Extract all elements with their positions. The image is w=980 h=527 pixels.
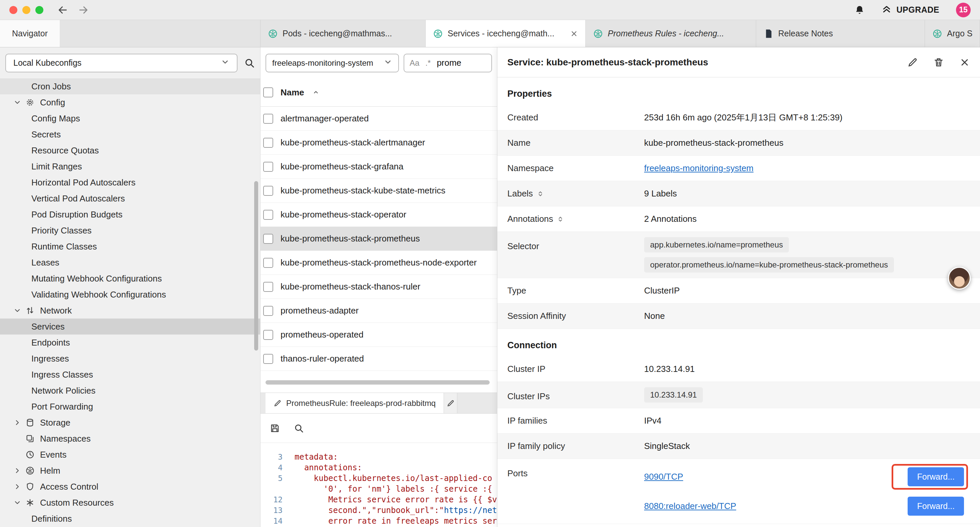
row-checkbox[interactable]	[263, 114, 273, 124]
chevron-down-icon[interactable]	[13, 498, 22, 507]
chevron-down-icon[interactable]	[13, 307, 22, 315]
sidebar-item-config-maps[interactable]: Config Maps	[0, 110, 260, 126]
kubeconfig-select[interactable]: Local Kubeconfigs	[5, 54, 237, 72]
regex-toggle[interactable]: .*	[425, 58, 431, 68]
table-row[interactable]: kube-prometheus-stack-prometheus-node-ex…	[261, 251, 497, 275]
chevron-right-icon[interactable]	[13, 466, 22, 474]
sidebar-item-pod-disruption-budgets[interactable]: Pod Disruption Budgets	[0, 207, 260, 223]
edit-pencil-icon[interactable]	[907, 57, 918, 68]
sidebar-item-events[interactable]: Events	[0, 447, 260, 463]
chevron-right-icon[interactable]	[13, 482, 22, 490]
row-checkbox[interactable]	[263, 354, 273, 364]
sidebar-item-config[interactable]: Config	[0, 94, 260, 110]
sidebar-item-ingresses[interactable]: Ingresses	[0, 350, 260, 366]
table-row[interactable]: thanos-ruler-operated	[261, 347, 497, 371]
sidebar-item-helm[interactable]: Helm	[0, 463, 260, 479]
service-search-input[interactable]: Aa .* prome	[404, 54, 492, 72]
zoom-window-button[interactable]	[35, 6, 43, 14]
minimize-window-button[interactable]	[22, 6, 30, 14]
chevron-down-icon[interactable]	[13, 99, 22, 107]
sidebar-search-icon[interactable]	[244, 58, 255, 68]
namespace-filter-select[interactable]: freeleaps-monitoring-system	[266, 54, 399, 72]
forward-icon[interactable]	[78, 5, 89, 15]
chevron-right-icon[interactable]	[13, 419, 22, 427]
line-code: metadata:	[294, 452, 338, 462]
upgrade-button[interactable]: UPGRADE	[881, 4, 939, 16]
notification-badge[interactable]: 15	[956, 3, 970, 18]
row-checkbox[interactable]	[263, 210, 273, 220]
select-all-checkbox[interactable]	[263, 88, 273, 97]
sort-toggle-icon[interactable]	[556, 215, 565, 223]
table-row[interactable]: prometheus-operated	[261, 323, 497, 347]
row-checkbox[interactable]	[263, 306, 273, 316]
save-icon[interactable]	[270, 423, 280, 433]
sidebar-item-port-forwarding[interactable]: Port Forwarding	[0, 399, 260, 415]
sidebar-scrollbar[interactable]	[254, 181, 258, 350]
sort-toggle-icon[interactable]	[536, 190, 544, 198]
sidebar-item-access-control[interactable]: Access Control	[0, 479, 260, 495]
notifications-bell-icon[interactable]	[854, 5, 865, 15]
sidebar-item-endpoints[interactable]: Endpoints	[0, 334, 260, 350]
table-row[interactable]: kube-prometheus-stack-thanos-ruler	[261, 275, 497, 299]
delete-trash-icon[interactable]	[933, 57, 944, 68]
table-row[interactable]: prometheus-adapter	[261, 299, 497, 323]
tab-pods-icecheng-mathmas[interactable]: Pods - icecheng@mathmas...	[261, 20, 426, 47]
row-checkbox[interactable]	[263, 258, 273, 268]
back-icon[interactable]	[57, 5, 68, 15]
tab-services-icecheng-math[interactable]: Services - icecheng@math...	[426, 20, 586, 47]
close-icon[interactable]	[959, 57, 970, 68]
user-avatar[interactable]	[948, 267, 970, 290]
sidebar-item-runtime-classes[interactable]: Runtime Classes	[0, 239, 260, 255]
table-row[interactable]: kube-prometheus-stack-kube-state-metrics	[261, 179, 497, 203]
sidebar-item-services[interactable]: Services	[0, 318, 260, 334]
sidebar-item-limit-ranges[interactable]: Limit Ranges	[0, 158, 260, 174]
sidebar-item-validating-webhook-configurations[interactable]: Validating Webhook Configurations	[0, 287, 260, 303]
table-row[interactable]: kube-prometheus-stack-operator	[261, 203, 497, 227]
row-checkbox[interactable]	[263, 186, 273, 196]
namespace-link[interactable]: freeleaps-monitoring-system	[644, 163, 754, 174]
detail-row-namespace: Namespacefreeleaps-monitoring-system	[497, 156, 980, 181]
tab-prometheus-rules-icecheng[interactable]: Prometheus Rules - icecheng...	[586, 20, 756, 47]
yaml-editor[interactable]: 3metadata:4 annotations:5 kubectl.kubern…	[261, 443, 497, 527]
editor-tab-next[interactable]	[444, 393, 457, 413]
sidebar-item-horizontal-pod-autoscalers[interactable]: Horizontal Pod Autoscalers	[0, 174, 260, 191]
sidebar-item-priority-classes[interactable]: Priority Classes	[0, 223, 260, 239]
forward-button[interactable]: Forward...	[908, 497, 964, 516]
row-checkbox[interactable]	[263, 162, 273, 172]
table-row[interactable]: kube-prometheus-stack-alertmanager	[261, 131, 497, 155]
sidebar-item-vertical-pod-autoscalers[interactable]: Vertical Pod Autoscalers	[0, 191, 260, 207]
match-case-toggle[interactable]: Aa	[410, 58, 419, 68]
editor-search-icon[interactable]	[294, 423, 304, 433]
sidebar-item-resource-quotas[interactable]: Resource Quotas	[0, 142, 260, 158]
row-checkbox[interactable]	[263, 282, 273, 292]
row-checkbox[interactable]	[263, 138, 273, 148]
name-column-header[interactable]: Name	[280, 88, 304, 98]
sidebar-item-mutating-webhook-configurations[interactable]: Mutating Webhook Configurations	[0, 271, 260, 287]
table-row[interactable]: alertmanager-operated	[261, 107, 497, 131]
editor-tab-prometheusrule[interactable]: PrometheusRule: freeleaps-prod-rabbitmq	[266, 393, 444, 413]
sidebar-item-network[interactable]: Network	[0, 303, 260, 318]
sidebar-item-storage[interactable]: Storage	[0, 415, 260, 431]
sidebar-item-custom-resources[interactable]: Custom Resources	[0, 495, 260, 511]
tab-release-notes[interactable]: Release Notes	[756, 20, 925, 47]
row-checkbox[interactable]	[263, 330, 273, 340]
table-row[interactable]: kube-prometheus-stack-prometheus	[261, 227, 497, 251]
navigator-panel-tab[interactable]: Navigator	[0, 20, 60, 47]
sidebar-item-secrets[interactable]: Secrets	[0, 126, 260, 142]
port-link[interactable]: 8080:reloader-web/TCP	[644, 501, 736, 511]
forward-button[interactable]: Forward...	[908, 467, 964, 486]
tab-close-icon[interactable]	[570, 30, 578, 38]
sidebar-item-ingress-classes[interactable]: Ingress Classes	[0, 366, 260, 382]
sidebar-item-definitions[interactable]: Definitions	[0, 511, 260, 527]
horizontal-scrollbar[interactable]	[266, 380, 490, 385]
table-row[interactable]: kube-prometheus-stack-grafana	[261, 155, 497, 179]
row-checkbox[interactable]	[263, 234, 273, 244]
sidebar-item-cron-jobs[interactable]: Cron Jobs	[0, 78, 260, 94]
tab-argo-se[interactable]: Argo Se	[925, 20, 980, 47]
sidebar-item-namespaces[interactable]: Namespaces	[0, 431, 260, 447]
sidebar-item-leases[interactable]: Leases	[0, 255, 260, 271]
sidebar-item-network-policies[interactable]: Network Policies	[0, 382, 260, 399]
line-number: 4	[261, 462, 283, 473]
close-window-button[interactable]	[10, 6, 18, 14]
port-link[interactable]: 9090/TCP	[644, 471, 683, 482]
